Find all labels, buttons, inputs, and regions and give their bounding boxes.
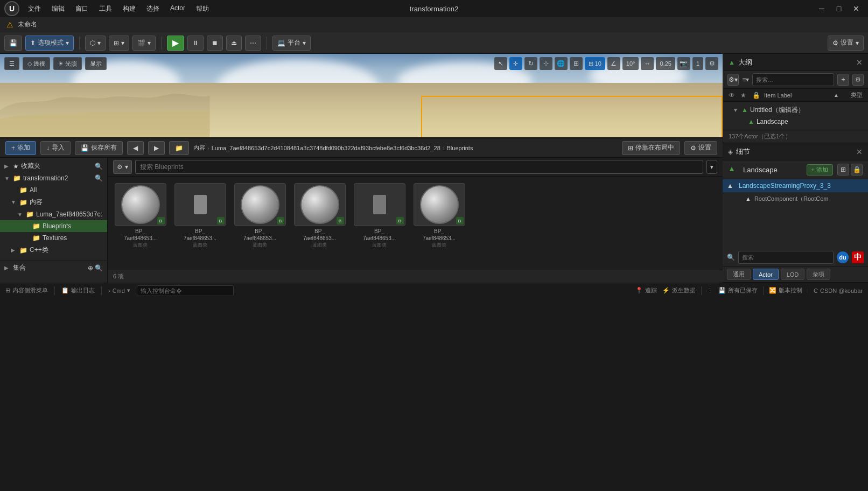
cmd-arrow[interactable]: ▾ — [127, 287, 130, 294]
cam-value-btn[interactable]: 1 — [692, 57, 703, 70]
status-more-btn[interactable]: ⋮ — [707, 287, 713, 294]
cb-nav-back[interactable]: ◀ — [127, 141, 144, 155]
cb-sidebar-blueprints[interactable]: 📁 Blueprints — [0, 220, 107, 232]
status-spawn[interactable]: ⚡ 派生数据 — [662, 286, 696, 294]
cb-import-button[interactable]: ↓ 导入 — [40, 141, 71, 155]
save-button[interactable]: 💾 — [4, 36, 22, 51]
viewport-menu-button[interactable]: ☰ — [4, 57, 19, 70]
menu-help[interactable]: 帮助 — [192, 2, 213, 16]
detail-tab-general[interactable]: 通用 — [727, 269, 751, 280]
cb-nav-fwd[interactable]: ▶ — [148, 141, 165, 155]
detail-tab-misc[interactable]: 杂项 — [807, 269, 830, 280]
favorites-search-icon[interactable]: 🔍 — [95, 163, 103, 170]
tree-item-untitled[interactable]: ▼ ▲ Untitled（编辑器） — [723, 104, 868, 116]
platform-button[interactable]: 💻 平台 ▾ — [272, 36, 311, 51]
status-save-all[interactable]: 💾 所有已保存 — [718, 286, 758, 294]
snap-toggle-btn[interactable]: ⊞ — [570, 57, 583, 70]
collection-search-icon[interactable]: 🔍 — [95, 264, 103, 272]
menu-select[interactable]: 选择 — [142, 2, 164, 16]
more-button[interactable]: ⋯ — [245, 36, 261, 51]
status-trace[interactable]: 📍 追踪 — [635, 286, 657, 294]
detail-grid-btn[interactable]: ⊞ — [837, 164, 849, 176]
menu-tools[interactable]: 工具 — [95, 2, 116, 16]
detail-close-button[interactable]: ✕ — [856, 148, 863, 156]
status-content-sidebar[interactable]: ⊞ 内容侧滑菜单 — [5, 286, 48, 294]
cb-item-2[interactable]: B BP_7aef848653... 蓝图类 — [172, 181, 228, 251]
cb-item-5[interactable]: B BP_7aef848653... 蓝图类 — [351, 181, 408, 251]
snap-button[interactable]: ⊞ ▾ — [109, 36, 129, 51]
cb-search-dropdown[interactable]: ▾ — [706, 160, 717, 174]
stop-button[interactable]: ⏹ — [207, 36, 223, 51]
status-version[interactable]: 🔀 版本控制 — [769, 286, 802, 294]
cb-item-4[interactable]: B BP_7aef848653... 蓝图类 — [291, 181, 348, 251]
menu-build[interactable]: 构建 — [118, 2, 140, 16]
detail-tab-actor[interactable]: Actor — [753, 269, 779, 280]
close-button[interactable]: ✕ — [849, 3, 864, 14]
project-search-icon[interactable]: 🔍 — [95, 174, 103, 182]
status-output-log[interactable]: 📋 输出日志 — [61, 286, 95, 294]
perspective-button[interactable]: ◇ 透视 — [23, 57, 50, 70]
outline-add-btn[interactable]: + — [837, 74, 849, 86]
select-mode-button[interactable]: ⬆ 选项模式 ▾ — [25, 36, 74, 51]
cb-item-3[interactable]: B BP_7aef848653... 蓝图类 — [232, 181, 288, 251]
detail-lock-btn[interactable]: 🔒 — [851, 164, 863, 176]
cb-dock-button[interactable]: ⊞ 停靠在布局中 — [622, 141, 680, 155]
viewport[interactable]: ☰ ◇ 透视 ☀ 光照 显示 ↖ ✛ ↻ ⊹ 🌐 ⊞ — [0, 54, 723, 137]
cb-settings-button[interactable]: ⚙ 设置 — [684, 141, 717, 155]
settings-button[interactable]: ⚙ 设置 ▾ — [828, 36, 864, 51]
cb-path-content[interactable]: 内容 — [193, 144, 205, 152]
pause-button[interactable]: ⏸ — [187, 36, 204, 51]
cb-sidebar-all[interactable]: 📁 All — [0, 184, 107, 196]
console-input[interactable] — [137, 285, 234, 296]
select-icon-btn[interactable]: ↖ — [494, 57, 507, 70]
cb-item-1[interactable]: B BP_7aef848653... 蓝图类 — [112, 181, 169, 251]
minimize-button[interactable]: ─ — [814, 3, 829, 14]
maximize-button[interactable]: □ — [831, 3, 846, 14]
cb-sidebar-luma[interactable]: ▼ 📁 Luma_7aef848653d7c: — [0, 208, 107, 220]
rotate-btn[interactable]: ↻ — [524, 57, 537, 70]
cb-sidebar-favorites[interactable]: ▶ ★ 收藏夹 🔍 — [0, 160, 107, 172]
collection-add-icon[interactable]: ⊕ — [88, 264, 93, 272]
outline-search-input[interactable] — [752, 73, 834, 86]
anim-button[interactable]: 🎬 ▾ — [132, 36, 156, 51]
tree-item-landscape[interactable]: ▲ Landscape — [723, 116, 868, 128]
outline-close-button[interactable]: ✕ — [856, 58, 863, 67]
scale-btn[interactable]: ⊹ — [540, 57, 552, 70]
cb-item-6[interactable]: B BP_7aef848653... 蓝图类 — [411, 181, 467, 251]
cb-save-button[interactable]: 💾 保存所有 — [75, 141, 123, 155]
detail-tab-lod[interactable]: LOD — [781, 269, 805, 280]
play-button[interactable]: ▶ — [167, 36, 184, 51]
outline-gear-btn[interactable]: ⚙ — [852, 74, 864, 86]
detail-row-root[interactable]: ▲ RootComponent（RootCom — [723, 192, 868, 205]
outline-filter-btn[interactable]: ⚙▾ — [727, 74, 739, 86]
grid-value-btn[interactable]: ⊞ 10 — [585, 57, 605, 70]
add-object-button[interactable]: ⬡ ▾ — [85, 36, 106, 51]
cb-sidebar-content[interactable]: ▼ 📁 内容 — [0, 196, 107, 208]
lighting-button[interactable]: ☀ 光照 — [53, 57, 82, 70]
scale-value-btn[interactable]: 0.25 — [656, 57, 675, 70]
world-btn[interactable]: 🌐 — [555, 57, 568, 70]
settings-icon-btn[interactable]: ⚙ — [705, 57, 718, 70]
add-component-btn[interactable]: + 添加 — [807, 164, 833, 176]
cb-path-blueprints[interactable]: Blueprints — [446, 145, 473, 151]
menu-actor[interactable]: Actor — [166, 2, 190, 16]
cb-add-button[interactable]: + 添加 — [5, 141, 36, 155]
translate-btn[interactable]: ✛ — [509, 57, 522, 70]
detail-row-proxy[interactable]: ▲ LandscapeStreamingProxy_3_3 — [723, 179, 868, 192]
eject-button[interactable]: ⏏ — [226, 36, 242, 51]
angle-value-btn[interactable]: 10° — [622, 57, 639, 70]
menu-file[interactable]: 文件 — [24, 2, 45, 16]
cb-path-luma[interactable]: Luma_7aef848653d7c2d4108481a3c3748dfd090… — [212, 145, 440, 151]
menu-edit[interactable]: 编辑 — [47, 2, 69, 16]
cb-search-input[interactable] — [135, 160, 703, 174]
menu-window[interactable]: 窗口 — [71, 2, 93, 16]
status-csdn[interactable]: C CSDN @koubar — [814, 287, 863, 294]
cb-sidebar-cpp[interactable]: ▶ 📁 C++类 — [0, 244, 107, 256]
cb-nav-up[interactable]: 📁 — [169, 141, 189, 155]
detail-search-input[interactable] — [738, 251, 834, 264]
cb-sidebar-project[interactable]: ▼ 📁 transformation2 🔍 — [0, 172, 107, 184]
cb-filter-button[interactable]: ⚙ ▾ — [113, 160, 132, 174]
cb-sidebar-textures[interactable]: 📁 Textures — [0, 232, 107, 244]
show-button[interactable]: 显示 — [85, 57, 107, 70]
cb-sidebar-collection[interactable]: ▶ 集合 ⊕ 🔍 — [0, 261, 107, 274]
